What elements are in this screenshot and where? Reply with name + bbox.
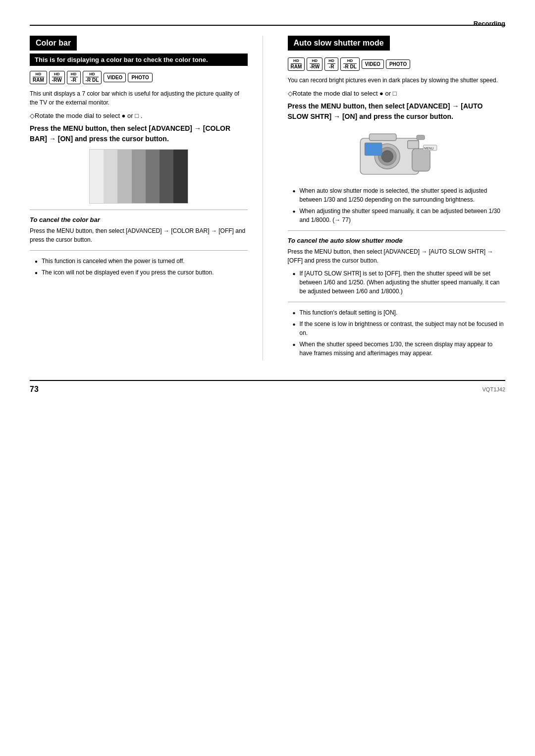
svg-rect-6 bbox=[412, 149, 430, 171]
right-cancel-title: To cancel the auto slow shutter mode bbox=[288, 237, 506, 244]
left-media-video: VIDEO bbox=[104, 73, 126, 82]
right-rotate-instruction: ◇Rotate the mode dial to select ● or □ bbox=[288, 89, 506, 99]
left-media-icons: HD RAM HD -RW HD -R HD -R DL VIDEO PHOTO bbox=[30, 71, 248, 84]
camera-image-container: MENU bbox=[288, 127, 506, 181]
left-cancel-text: Press the MENU button, then select [ADVA… bbox=[30, 226, 248, 244]
left-section-title: Color bar bbox=[30, 36, 77, 51]
right-bullet-3-1: This function's default setting is [ON]. bbox=[293, 308, 506, 317]
page: Recording Color bar This is for displayi… bbox=[0, 0, 535, 756]
svg-text:MENU: MENU bbox=[425, 147, 434, 150]
left-cancel-title: To cancel the color bar bbox=[30, 216, 248, 223]
top-divider bbox=[30, 25, 505, 26]
left-media-r: HD -R bbox=[67, 71, 81, 84]
right-divider-2 bbox=[288, 302, 506, 302]
left-bullet-2: The icon will not be displayed even if y… bbox=[35, 268, 248, 277]
left-subtitle: This is for displaying a color bar to ch… bbox=[30, 54, 248, 66]
left-media-rdl: HD -R DL bbox=[83, 71, 102, 84]
footer: 73 VQT1J42 bbox=[30, 380, 505, 394]
left-rotate-instruction: ◇Rotate the mode dial to select ● or □ . bbox=[30, 111, 248, 121]
left-media-photo: PHOTO bbox=[128, 73, 152, 82]
color-bar-image bbox=[89, 149, 188, 204]
right-bullet-list-2: If [AUTO SLOW SHTR] is set to [OFF], the… bbox=[288, 269, 506, 296]
color-bar-4 bbox=[132, 150, 146, 203]
right-media-video: VIDEO bbox=[362, 59, 384, 69]
left-divider-2 bbox=[30, 250, 248, 251]
right-media-rdl: HD -R DL bbox=[340, 57, 360, 71]
version-code: VQT1J42 bbox=[482, 386, 505, 392]
left-bullet-1: This function is canceled when the power… bbox=[35, 257, 248, 266]
color-bar-7 bbox=[173, 150, 187, 203]
color-bar-1 bbox=[90, 150, 104, 203]
main-columns: Color bar This is for displaying a color… bbox=[30, 36, 505, 360]
svg-rect-4 bbox=[370, 134, 397, 141]
right-bullet-3-3: When the shutter speed becomes 1/30, the… bbox=[293, 340, 506, 358]
right-bullet-2-1: If [AUTO SLOW SHTR] is set to [OFF], the… bbox=[293, 269, 506, 296]
right-bullet-1-1: When auto slow shutter mode is selected,… bbox=[293, 186, 506, 204]
left-media-rw: HD -RW bbox=[49, 71, 65, 84]
right-section-title: Auto slow shutter mode bbox=[288, 36, 390, 51]
color-bar-6 bbox=[160, 150, 173, 203]
color-bar-2 bbox=[104, 150, 117, 203]
section-label: Recording bbox=[474, 20, 505, 27]
right-media-rw: HD -RW bbox=[307, 57, 322, 71]
page-number: 73 bbox=[30, 385, 39, 394]
right-media-r: HD -R bbox=[324, 57, 338, 71]
right-bullet-1-2: When adjusting the shutter speed manuall… bbox=[293, 207, 506, 224]
right-cancel-text: Press the MENU button, then select [ADVA… bbox=[288, 247, 506, 265]
svg-rect-7 bbox=[417, 135, 425, 140]
color-bar-3 bbox=[117, 150, 131, 203]
right-body-text: You can record bright pictures even in d… bbox=[288, 76, 506, 85]
right-media-ram: HD RAM bbox=[288, 57, 305, 71]
right-media-icons: HD RAM HD -RW HD -R HD -R DL VIDEO PHOTO bbox=[288, 57, 506, 71]
camera-illustration: MENU bbox=[347, 127, 446, 181]
right-bullet-list-3: This function's default setting is [ON].… bbox=[288, 308, 506, 358]
right-bullet-list-1: When auto slow shutter mode is selected,… bbox=[288, 186, 506, 224]
right-column: Auto slow shutter mode HD RAM HD -RW HD … bbox=[283, 36, 506, 360]
left-bullet-list: This function is canceled when the power… bbox=[30, 257, 248, 277]
left-rotate-text: ◇Rotate the mode dial to select ● or □ . bbox=[30, 112, 142, 119]
right-bullet-3-2: If the scene is low in brightness or con… bbox=[293, 320, 506, 337]
right-media-photo: PHOTO bbox=[386, 59, 410, 69]
color-bar-5 bbox=[146, 150, 160, 203]
left-column: Color bar This is for displaying a color… bbox=[30, 36, 263, 360]
left-press-menu: Press the MENU button, then select [ADVA… bbox=[30, 123, 248, 144]
left-divider-1 bbox=[30, 210, 248, 210]
svg-point-3 bbox=[381, 151, 393, 162]
right-divider-1 bbox=[288, 230, 506, 231]
svg-rect-8 bbox=[365, 143, 382, 156]
left-media-ram: HD RAM bbox=[30, 71, 47, 84]
svg-rect-5 bbox=[408, 141, 419, 149]
left-body-text: This unit displays a 7 color bar which i… bbox=[30, 89, 248, 107]
right-press-menu: Press the MENU button, then select [ADVA… bbox=[288, 101, 506, 122]
